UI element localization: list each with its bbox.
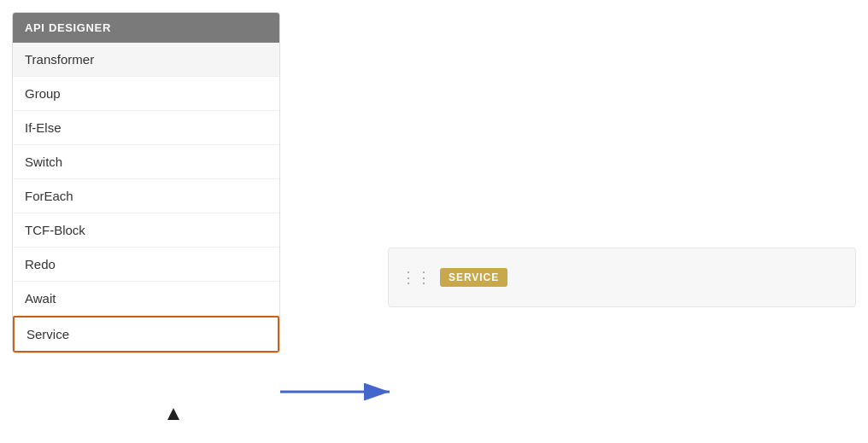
- sidebar-item-label: Switch: [25, 154, 62, 169]
- sidebar-item-label: ForEach: [25, 189, 73, 203]
- sidebar-item-label: Redo: [25, 257, 56, 271]
- sidebar-item-label: Transformer: [25, 52, 94, 67]
- sidebar-item-tcf-block[interactable]: TCF-Block: [13, 213, 279, 248]
- sidebar-item-await[interactable]: Await: [13, 282, 279, 316]
- sidebar-item-redo[interactable]: Redo: [13, 248, 279, 282]
- sidebar-item-label: TCF-Block: [25, 223, 85, 237]
- sidebar-item-switch[interactable]: Switch: [13, 145, 279, 179]
- sidebar-item-label: Service: [26, 327, 69, 341]
- sidebar-header: API DESIGNER: [13, 13, 279, 43]
- sidebar-item-transformer[interactable]: Transformer: [13, 43, 279, 77]
- sidebar-item-foreach[interactable]: ForEach: [13, 179, 279, 213]
- sidebar-item-label: Group: [25, 86, 61, 101]
- sidebar-item-label: Await: [25, 291, 56, 306]
- sidebar-item-label: If-Else: [25, 120, 62, 135]
- drag-arrow: [280, 383, 400, 400]
- sidebar-item-service[interactable]: Service: [13, 316, 279, 353]
- drag-handle-icon: ⋮⋮: [401, 268, 431, 287]
- sidebar-item-if-else[interactable]: If-Else: [13, 111, 279, 145]
- sidebar-item-group[interactable]: Group: [13, 77, 279, 111]
- canvas-service-block[interactable]: ⋮⋮ SERVICE: [388, 248, 856, 307]
- service-badge: SERVICE: [440, 268, 507, 287]
- api-designer-sidebar: API DESIGNER Transformer Group If-Else S…: [12, 12, 280, 353]
- mouse-cursor: [167, 408, 179, 420]
